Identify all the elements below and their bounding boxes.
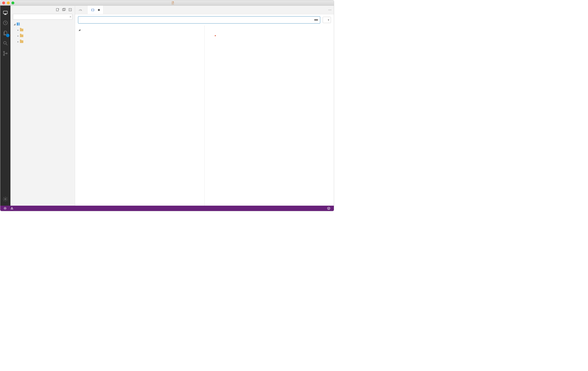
- tree-item-databases[interactable]: ▸: [11, 27, 74, 33]
- default-settings-heading: [75, 25, 204, 28]
- window-close-button[interactable]: [2, 1, 5, 4]
- search-servers-input[interactable]: [13, 14, 73, 20]
- svg-point-7: [3, 54, 5, 56]
- line-gutter: [205, 25, 215, 206]
- history-icon[interactable]: [0, 18, 10, 28]
- window-zoom-button[interactable]: [11, 1, 14, 4]
- svg-point-6: [3, 51, 5, 52]
- editor-tabs: ⋯: [75, 6, 334, 14]
- server-node[interactable]: ◢: [11, 21, 74, 27]
- braces-icon: [91, 8, 94, 12]
- svg-rect-0: [3, 11, 8, 14]
- collapse-icon[interactable]: [68, 8, 73, 12]
- tab-user-settings[interactable]: [87, 6, 104, 14]
- svg-point-8: [6, 53, 7, 54]
- svg-point-9: [5, 198, 6, 200]
- dashboard-section-header[interactable]: ◢: [75, 28, 204, 32]
- user-settings-code[interactable]: [215, 25, 334, 206]
- settings-gear-icon[interactable]: [0, 194, 10, 204]
- activity-bar: [0, 6, 10, 206]
- svg-point-21: [12, 209, 12, 209]
- dirty-indicator-icon: [98, 9, 100, 11]
- file-icon: [171, 1, 174, 5]
- status-errors[interactable]: [2, 207, 9, 210]
- user-settings-pane: [205, 25, 334, 206]
- default-settings-code[interactable]: [75, 32, 204, 35]
- tree-item-server-objects[interactable]: ▸: [11, 39, 74, 44]
- default-settings-pane: ◢: [75, 25, 205, 206]
- svg-line-5: [6, 44, 8, 45]
- files-icon[interactable]: [0, 28, 10, 38]
- svg-rect-10: [56, 9, 59, 11]
- search-icon[interactable]: [0, 38, 10, 48]
- files-badge: [6, 34, 10, 37]
- status-feedback-icon[interactable]: [326, 207, 332, 210]
- folder-icon: [20, 28, 24, 32]
- servers-sidebar: × ◢ ▸ ▸ ▸: [10, 6, 75, 206]
- editor-overflow-button[interactable]: ⋯: [326, 6, 334, 14]
- explorer-icon[interactable]: [0, 8, 10, 18]
- status-bar: [0, 206, 334, 211]
- svg-rect-1: [5, 14, 6, 14]
- gauge-icon: [78, 8, 82, 12]
- tab-tutorialdb[interactable]: [75, 6, 87, 14]
- new-group-icon[interactable]: [62, 8, 66, 12]
- svg-point-22: [327, 207, 330, 210]
- highlight-box: [215, 35, 216, 36]
- settings-match-count: [314, 19, 318, 21]
- svg-point-23: [328, 208, 328, 208]
- folder-icon: [20, 34, 24, 38]
- new-connection-icon[interactable]: [55, 8, 60, 12]
- svg-point-24: [329, 208, 329, 208]
- status-warnings[interactable]: [9, 207, 16, 210]
- settings-scope-picker[interactable]: [323, 17, 331, 23]
- svg-point-4: [4, 41, 6, 44]
- tree-item-security[interactable]: ▸: [11, 33, 74, 39]
- source-control-icon[interactable]: [0, 48, 10, 59]
- svg-line-18: [80, 10, 81, 11]
- titlebar: [0, 0, 334, 6]
- server-icon: [16, 22, 20, 26]
- svg-point-17: [18, 24, 18, 25]
- settings-search-input[interactable]: [78, 16, 320, 23]
- window-minimize-button[interactable]: [7, 1, 10, 4]
- clear-search-icon[interactable]: ×: [70, 15, 72, 19]
- folder-icon: [20, 40, 24, 43]
